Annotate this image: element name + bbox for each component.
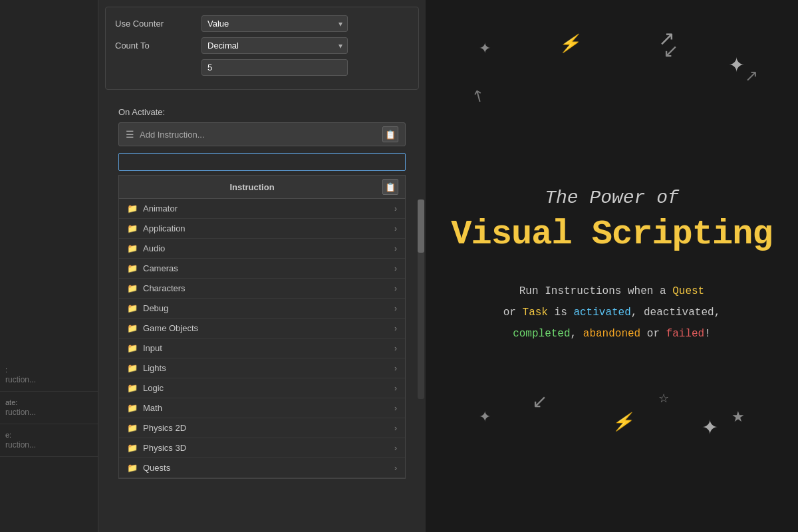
description-line3: completed, abandoned or failed! — [451, 323, 772, 344]
deco-star-bottom-3: ☆ — [658, 391, 669, 406]
deco-swirl-3: ↖ — [472, 86, 485, 105]
deco-star-bottom-1: ✦ — [479, 408, 491, 426]
folder-icon: 📁 — [127, 323, 138, 333]
count-to-label: Count To — [115, 41, 201, 51]
deco-swirl-1: ↗ — [658, 27, 675, 50]
scrollbar-thumb[interactable] — [418, 200, 424, 253]
strip-row-3: e: ruction... — [0, 424, 98, 457]
folder-icon: 📁 — [127, 443, 138, 453]
panel-scrollbar[interactable] — [418, 200, 424, 399]
menu-item-label: Animator — [143, 203, 394, 213]
chevron-right-icon: › — [394, 264, 397, 273]
chevron-right-icon: › — [394, 204, 397, 213]
add-instruction-text: Add Instruction... — [140, 130, 378, 140]
use-counter-select[interactable]: Value Count — [201, 15, 348, 32]
menu-item-physics-2d[interactable]: 📁Physics 2D› — [119, 418, 405, 438]
chevron-right-icon: › — [394, 344, 397, 353]
deco-star-bottom-2: ★ — [732, 408, 745, 426]
abandoned-text: abandoned — [583, 328, 640, 340]
folder-icon: 📁 — [127, 463, 138, 473]
folder-icon: 📁 — [127, 383, 138, 393]
folder-icon: 📁 — [127, 203, 138, 213]
menu-item-animator[interactable]: 📁Animator› — [119, 199, 405, 219]
chevron-right-icon: › — [394, 384, 397, 393]
chevron-right-icon: › — [394, 304, 397, 313]
chevron-right-icon: › — [394, 424, 397, 433]
task-text: Task — [523, 307, 548, 319]
count-to-row: Count To Decimal Integer — [115, 37, 409, 54]
menu-item-label: Characters — [143, 283, 394, 293]
folder-icon: 📁 — [127, 283, 138, 293]
side-strip: : ruction... ate: ruction... e: ruction.… — [0, 0, 98, 532]
use-counter-label: Use Counter — [115, 19, 201, 29]
chevron-right-icon: › — [394, 244, 397, 253]
deco-lightning-bottom: ⚡ — [612, 412, 633, 432]
menu-item-game-objects[interactable]: 📁Game Objects› — [119, 319, 405, 338]
menu-item-math[interactable]: 📁Math› — [119, 398, 405, 418]
menu-item-lights[interactable]: 📁Lights› — [119, 358, 405, 378]
chevron-right-icon: › — [394, 364, 397, 373]
deco-swirl-2: ↙ — [663, 40, 678, 62]
use-counter-row: Use Counter Value Count — [115, 15, 409, 32]
folder-icon: 📁 — [127, 363, 138, 373]
menu-item-quests[interactable]: 📁Quests› — [119, 458, 405, 478]
form-box: Use Counter Value Count Count To Decimal… — [105, 7, 419, 90]
chevron-right-icon: › — [394, 464, 397, 473]
clipboard-button[interactable]: 📋 — [382, 126, 398, 142]
count-to-select[interactable]: Decimal Integer — [201, 37, 348, 54]
search-input[interactable] — [118, 153, 406, 171]
menu-list[interactable]: 📁Animator›📁Application›📁Audio›📁Cameras›📁… — [118, 199, 406, 479]
menu-item-characters[interactable]: 📁Characters› — [119, 279, 405, 299]
add-instruction-bar[interactable]: ☰ Add Instruction... 📋 — [118, 122, 406, 146]
left-main-content: Use Counter Value Count Count To Decimal… — [98, 0, 426, 532]
menu-item-label: Quests — [143, 463, 394, 473]
failed-text: failed — [666, 328, 705, 340]
menu-item-label: Logic — [143, 383, 394, 393]
menu-item-label: Input — [143, 343, 394, 353]
right-content: The Power of Visual Scripting Run Instru… — [438, 174, 785, 358]
description-line1: Run Instructions when a Quest — [451, 281, 772, 302]
deco-lightning-1: ⚡ — [559, 33, 580, 54]
strip-row-1: : ruction... — [0, 359, 98, 392]
chevron-right-icon: › — [394, 224, 397, 233]
description-block: Run Instructions when a Quest or Task is… — [451, 281, 772, 344]
deco-swirl-bottom-1: ↙ — [532, 390, 547, 412]
search-wrapper — [118, 150, 406, 174]
chevron-right-icon: › — [394, 284, 397, 293]
number-row: 5 — [115, 59, 409, 76]
menu-item-label: Application — [143, 223, 394, 233]
menu-item-label: Audio — [143, 243, 394, 253]
menu-item-label: Cameras — [143, 263, 394, 273]
count-to-select-wrapper: Decimal Integer — [201, 37, 348, 54]
menu-item-logic[interactable]: 📁Logic› — [119, 378, 405, 398]
count-number-input[interactable]: 5 — [201, 59, 348, 76]
menu-item-application[interactable]: 📁Application› — [119, 219, 405, 239]
folder-icon: 📁 — [127, 423, 138, 433]
description-line2: or Task is activated, deactivated, — [451, 302, 772, 323]
right-panel: ✦ ⚡ ↗ ✦ ↙ ↖ ↗ ✦ ↙ ⚡ ✦ ★ ☆ The Power of V… — [426, 0, 798, 532]
chevron-right-icon: › — [394, 444, 397, 453]
menu-item-audio[interactable]: 📁Audio› — [119, 239, 405, 259]
use-counter-select-wrapper: Value Count — [201, 15, 348, 32]
menu-item-input[interactable]: 📁Input› — [119, 338, 405, 358]
folder-icon: 📁 — [127, 223, 138, 233]
menu-item-physics-3d[interactable]: 📁Physics 3D› — [119, 438, 405, 458]
deco-swirl-4: ↗ — [745, 66, 758, 85]
menu-item-label: Physics 3D — [143, 443, 394, 453]
on-activate-section: On Activate: ☰ Add Instruction... 📋 Inst… — [105, 99, 419, 479]
deco-big-star-1: ✦ — [728, 53, 745, 76]
menu-item-label: Game Objects — [143, 323, 394, 333]
instruction-header-text: Instruction — [126, 182, 378, 192]
folder-icon: 📁 — [127, 403, 138, 413]
hamburger-icon: ☰ — [126, 129, 134, 140]
instruction-clipboard-button[interactable]: 📋 — [382, 179, 398, 195]
on-activate-label: On Activate: — [118, 107, 406, 117]
activated-text: activated — [573, 307, 630, 319]
menu-item-label: Math — [143, 403, 394, 413]
folder-icon: 📁 — [127, 263, 138, 273]
menu-item-debug[interactable]: 📁Debug› — [119, 299, 405, 319]
menu-item-cameras[interactable]: 📁Cameras› — [119, 259, 405, 279]
clipboard-icon: 📋 — [385, 130, 396, 140]
instruction-header: Instruction 📋 — [118, 175, 406, 199]
menu-item-label: Physics 2D — [143, 423, 394, 433]
